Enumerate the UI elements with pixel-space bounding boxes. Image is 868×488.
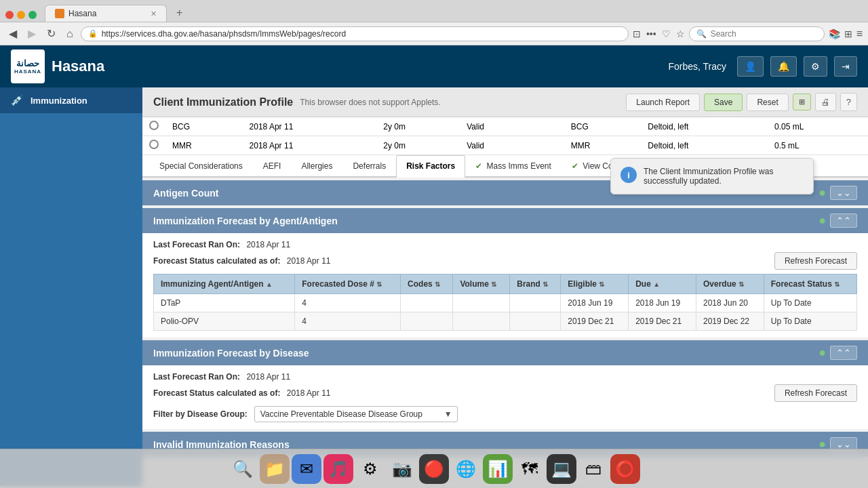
url-bar[interactable]: 🔒 https://services.dha.gov.ae/hasana/phs… [81,26,629,41]
sort-icon[interactable]: ▲ [653,281,660,288]
dock-item-launchpad[interactable]: 📁 [260,454,290,484]
user-name: Forbes, Tracy [668,61,726,72]
forecast-disease-collapse-btn[interactable]: ⌃⌃ [830,346,857,360]
reset-btn[interactable]: Reset [747,94,788,111]
col-agent: Immunizing Agent/Antigen ▲ [154,274,295,294]
tab-risk-factors[interactable]: Risk Factors [396,155,465,178]
tab-special-considerations[interactable]: Special Considerations [149,155,253,176]
notification-bubble: i The Client Immunization Profile was su… [610,158,814,195]
nav-icon-4[interactable]: ☆ [676,28,685,39]
forecast-agent-title: Immunization Forecast by Agent/Antigen [153,216,338,226]
back-btn[interactable]: ◀ [5,26,20,41]
browser-tab[interactable]: Hasana ✕ [45,5,167,22]
save-btn[interactable]: Save [704,94,743,111]
search-input[interactable] [711,29,817,39]
tab-label: Risk Factors [406,161,455,171]
forecast-disease-status-label: Forecast Status calculated as of: [153,388,280,398]
tab-mass-imms[interactable]: ✔ Mass Imms Event [465,155,561,176]
tab-deferrals[interactable]: Deferrals [342,155,396,176]
refresh-forecast-btn-1[interactable]: Refresh Forecast [774,252,857,270]
minimize-btn[interactable] [17,11,25,19]
dock-item-terminal[interactable]: 💻 [547,454,576,484]
tab-close-icon[interactable]: ✕ [151,9,157,18]
last-forecast-date: 2018 Apr 11 [246,240,290,249]
sidebar-item-label: Immunization [31,96,87,106]
sort-icon[interactable]: ⇅ [834,281,840,288]
home-btn[interactable]: ⌂ [63,26,77,41]
sort-icon[interactable]: ⇅ [435,281,440,288]
sort-icon[interactable]: ⇅ [491,281,496,288]
forecast-disease-meta: Last Forecast Ran On: 2018 Apr 11 [153,372,857,382]
bell-icon-btn[interactable]: 🔔 [770,56,797,77]
forecast-disease-title: Immunization Forecast by Disease [153,348,309,359]
last-forecast-disease-date: 2018 Apr 11 [246,372,290,382]
immunization-table: BCG 2018 Apr 11 2y 0m Valid BCG Deltoid,… [142,117,868,155]
logo-arabic-text: حصانة [16,58,39,68]
filter-label: Filter by Disease Group: [153,409,248,419]
forecast-agent-green-dot: ● [818,214,826,228]
profile-subtitle: This browser does not support Applets. [300,98,440,107]
sidebar: 💉 Immunization [0,87,142,486]
menu-icon[interactable]: ≡ [856,28,863,40]
search-bar[interactable]: 🔍 [689,26,825,41]
table-icon-btn[interactable]: ⊞ [793,94,811,110]
dock-item-numbers[interactable]: 📊 [483,454,513,484]
sort-icon[interactable]: ⇅ [738,281,744,288]
new-tab-btn[interactable]: + [170,3,189,22]
forward-btn[interactable]: ▶ [24,26,39,41]
nav-icon-3[interactable]: ♡ [662,28,671,39]
maximize-btn[interactable] [28,11,37,19]
refresh-forecast-btn-2[interactable]: Refresh Forecast [774,384,857,402]
dock-item-music[interactable]: 🎵 [323,454,353,484]
sort-icon[interactable]: ▲ [266,281,273,288]
launch-report-btn[interactable]: Launch Report [626,94,700,111]
dock-item-finder[interactable]: 🔍 [228,454,258,484]
settings-icon-btn[interactable]: ⚙ [804,56,827,77]
immunization-icon: 💉 [11,94,24,106]
print-icon-btn[interactable]: 🖨 [815,93,836,111]
antigen-count-title: Antigen Count [153,188,218,199]
col-due: Due ▲ [629,274,696,294]
main-layout: 💉 Immunization Client Immunization Profi… [0,87,868,486]
reader-icon[interactable]: 📚 [829,28,840,39]
antigen-collapse-btn[interactable]: ⌄⌄ [830,186,857,200]
radio-mmr[interactable] [149,140,159,149]
tab-aefi[interactable]: AEFI [253,155,292,176]
disease-group-select[interactable]: Vaccine Preventable Disease Disease Grou… [254,406,458,422]
col-overdue: Overdue ⇅ [696,274,764,294]
sort-icon[interactable]: ⇅ [542,281,548,288]
nav-icon-2[interactable]: ••• [646,28,656,39]
close-btn[interactable] [5,11,14,19]
sidebar-icon[interactable]: ⊞ [844,28,852,39]
tab-label: Hasana [68,9,96,18]
forecast-agent-controls: ● ⌃⌃ [818,214,857,228]
dock-item-circle[interactable]: ⭕ [610,454,640,484]
last-forecast-label: Last Forecast Ran On: [153,240,240,249]
dock-item-mail[interactable]: ✉ [292,454,321,484]
tab-label: AEFI [263,161,281,171]
dock-item-files[interactable]: 🗃 [578,454,608,484]
sort-icon[interactable]: ⇅ [376,281,382,288]
dock-item-photos[interactable]: 📷 [387,454,417,484]
forecast-agent-meta: Last Forecast Ran On: 2018 Apr 11 [153,240,857,249]
exit-icon-btn[interactable]: ⇥ [834,56,857,77]
reload-btn[interactable]: ↻ [43,26,59,41]
forecast-agent-section: Last Forecast Ran On: 2018 Apr 11 Foreca… [142,233,868,338]
nav-icon-1[interactable]: ⊡ [633,28,641,39]
dock-item-settings[interactable]: ⚙ [355,454,385,484]
help-icon-btn[interactable]: ? [840,93,857,111]
user-icon-btn[interactable]: 👤 [737,56,764,77]
forecast-disease-header: Immunization Forecast by Disease ● ⌃⌃ [142,340,868,365]
sort-icon[interactable]: ⇅ [599,281,604,288]
tab-bar: Hasana ✕ + [0,0,868,22]
tab-check-mass: ✔ [475,161,482,171]
dock-item-facetime[interactable]: 🔴 [419,454,449,484]
tab-allergies[interactable]: Allergies [291,155,342,176]
dock-item-maps[interactable]: 🗺 [515,454,545,484]
sidebar-item-immunization[interactable]: 💉 Immunization [0,87,142,113]
dock-item-chrome[interactable]: 🌐 [451,454,481,484]
forecast-agent-collapse-btn[interactable]: ⌃⌃ [830,214,857,228]
forecast-disease-status-date: 2018 Apr 11 [287,388,331,398]
radio-bcg[interactable] [149,121,159,130]
col-dose: Forecasted Dose # ⇅ [295,274,401,294]
